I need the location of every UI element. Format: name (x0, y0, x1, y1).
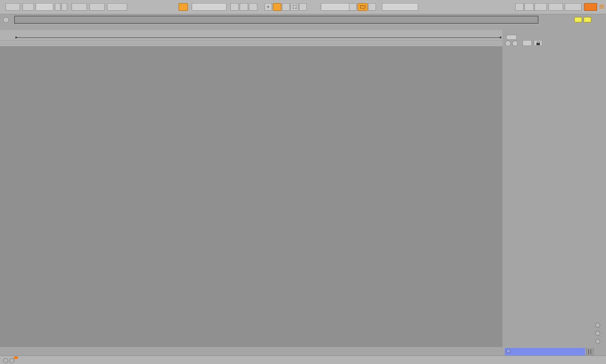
arrangement-overview[interactable] (14, 16, 538, 24)
quantize-menu[interactable] (107, 3, 127, 11)
edge-circle-icon[interactable] (595, 323, 600, 328)
time-ruler[interactable] (0, 356, 606, 364)
overdub-button[interactable]: + (264, 3, 272, 11)
loop-icon (360, 5, 365, 8)
session-record-button[interactable] (299, 3, 307, 11)
record-button[interactable] (249, 3, 257, 11)
automation-arm-button[interactable] (273, 3, 281, 11)
master-track-header[interactable] (505, 348, 585, 356)
tempo-field[interactable] (36, 3, 53, 11)
follow-button[interactable] (179, 3, 188, 11)
locator-row[interactable] (0, 40, 502, 47)
arrangement-position-display[interactable] (192, 3, 226, 11)
computer-midi-keyboard-button[interactable] (524, 3, 534, 11)
status-wave-icon[interactable] (3, 358, 8, 363)
loop-brace[interactable] (15, 38, 501, 39)
hamburger-menu-icon[interactable] (599, 4, 604, 9)
transport-bar: + (0, 0, 606, 14)
next-locator-button[interactable] (512, 40, 518, 46)
zoom-to-width-button[interactable] (583, 17, 591, 23)
time-signature-field[interactable] (71, 3, 87, 11)
loop-button[interactable] (358, 3, 368, 11)
play-button[interactable] (230, 3, 239, 11)
status-wave-icon[interactable] (9, 358, 14, 363)
draw-mode-button[interactable] (515, 3, 523, 11)
link-button[interactable] (5, 3, 20, 11)
arrangement-area[interactable] (0, 47, 502, 347)
lock-envelopes-button[interactable] (534, 40, 542, 46)
cpu-overload-indicator[interactable] (584, 3, 597, 11)
back-to-arrangement-button[interactable] (282, 3, 290, 11)
playhead-marker[interactable] (14, 356, 18, 359)
previous-locator-button[interactable] (505, 40, 511, 46)
overview-clips-layer (15, 16, 538, 23)
punch-in-button[interactable] (349, 3, 357, 11)
tap-tempo-button[interactable] (23, 3, 34, 11)
midi-map-button[interactable] (548, 3, 563, 11)
automation-draw-button[interactable] (523, 40, 532, 46)
master-fold-button[interactable] (506, 349, 510, 353)
metronome-button[interactable] (89, 3, 105, 11)
stop-button[interactable] (240, 3, 248, 11)
master-track-meter[interactable] (586, 348, 593, 356)
edge-circle-icon[interactable] (595, 339, 600, 344)
ableton-live-arrangement-window: + (0, 0, 606, 364)
key-map-button[interactable] (535, 3, 547, 11)
delete-locator-button[interactable] (506, 35, 517, 40)
capture-midi-button[interactable] (290, 3, 298, 11)
nudge-down-button[interactable] (55, 3, 61, 11)
nudge-up-button[interactable] (61, 3, 67, 11)
edge-circle-icon[interactable] (595, 331, 600, 336)
cpu-load-display[interactable] (565, 3, 582, 11)
zoom-to-height-button[interactable] (574, 17, 582, 23)
punch-out-button[interactable] (368, 3, 376, 11)
overview-collapse-button[interactable] (3, 17, 9, 23)
clip-layer (0, 47, 502, 347)
lock-icon (536, 43, 540, 45)
loop-length-display[interactable] (382, 3, 418, 11)
capture-midi-icon (293, 5, 296, 9)
